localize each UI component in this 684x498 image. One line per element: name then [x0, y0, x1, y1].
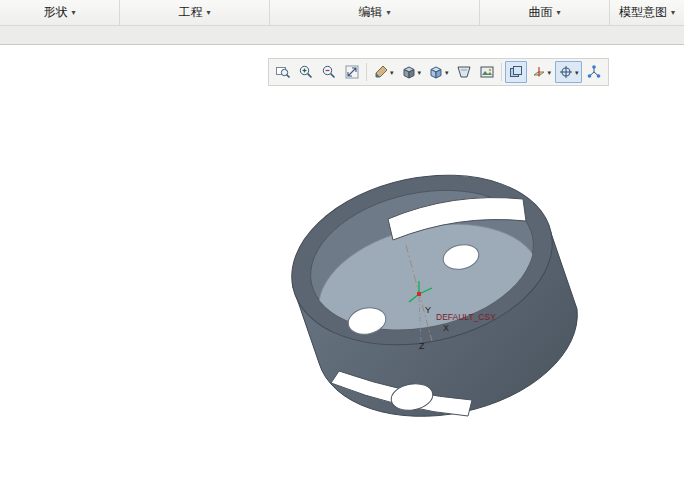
cad-window: 形状 ▾ 工程 ▾ 编辑 ▾ 曲面 ▾ 模型意图 ▾ [0, 0, 684, 498]
menu-engineering[interactable]: 工程 ▾ [120, 0, 270, 25]
chevron-down-icon: ▾ [386, 9, 390, 17]
display-style-button[interactable]: ▾ [425, 61, 452, 83]
chevron-down-icon: ▾ [445, 69, 449, 76]
model-canvas: Y X Z DEFAULT_CSY [0, 45, 684, 498]
menu-model-intent[interactable]: 模型意图 ▾ [610, 0, 684, 25]
graphics-area[interactable]: Y X Z DEFAULT_CSY [0, 45, 684, 498]
annotation-display-icon [558, 64, 574, 80]
repaint-button[interactable]: ▾ [370, 61, 397, 83]
zoom-out-icon [321, 64, 337, 80]
menu-engineering-label: 工程 [178, 4, 202, 21]
render-icon [479, 64, 495, 80]
spin-center-button[interactable] [583, 61, 605, 83]
menu-edit-label: 编辑 [358, 4, 382, 21]
chevron-down-icon: ▾ [548, 69, 552, 76]
zoom-window-icon [275, 64, 291, 80]
toolbar-separator [366, 63, 367, 81]
refit-button[interactable] [341, 61, 363, 83]
annotation-display-button[interactable]: ▾ [555, 61, 582, 83]
menu-surface[interactable]: 曲面 ▾ [480, 0, 610, 25]
ribbon-strip [0, 26, 684, 45]
chevron-down-icon: ▾ [671, 9, 675, 17]
axis-label-x: X [443, 323, 449, 333]
csys-origin-dot [417, 292, 421, 296]
axis-label-z: Z [419, 341, 425, 351]
refit-icon [344, 64, 360, 80]
chevron-down-icon: ▾ [390, 69, 394, 76]
spin-center-icon [586, 64, 602, 80]
datum-display-button[interactable]: ▾ [528, 61, 555, 83]
csys-label: DEFAULT_CSY [436, 312, 496, 322]
view-manager-icon [508, 64, 524, 80]
menu-shape[interactable]: 形状 ▾ [0, 0, 120, 25]
display-style-icon [428, 64, 444, 80]
view-manager-button[interactable] [505, 61, 527, 83]
graphics-toolbar: ▾ ▾ ▾ [268, 58, 609, 86]
perspective-icon [456, 64, 472, 80]
zoom-window-button[interactable] [272, 61, 294, 83]
saved-views-button[interactable]: ▾ [398, 61, 425, 83]
zoom-out-button[interactable] [318, 61, 340, 83]
toolbar-separator [501, 63, 502, 81]
menu-model-intent-label: 模型意图 [619, 4, 667, 21]
menu-edit[interactable]: 编辑 ▾ [270, 0, 480, 25]
ribbon-tab-bar: 形状 ▾ 工程 ▾ 编辑 ▾ 曲面 ▾ 模型意图 ▾ [0, 0, 684, 26]
render-button[interactable] [476, 61, 498, 83]
chevron-down-icon: ▾ [71, 9, 75, 17]
perspective-button[interactable] [453, 61, 475, 83]
datum-display-icon [531, 64, 547, 80]
menu-shape-label: 形状 [43, 4, 67, 21]
zoom-in-icon [298, 64, 314, 80]
chevron-down-icon: ▾ [418, 69, 422, 76]
chevron-down-icon: ▾ [575, 69, 579, 76]
saved-views-icon [401, 64, 417, 80]
chevron-down-icon: ▾ [556, 9, 560, 17]
chevron-down-icon: ▾ [206, 9, 210, 17]
axis-label-y: Y [425, 305, 431, 315]
repaint-icon [373, 64, 389, 80]
menu-surface-label: 曲面 [528, 4, 552, 21]
zoom-in-button[interactable] [295, 61, 317, 83]
